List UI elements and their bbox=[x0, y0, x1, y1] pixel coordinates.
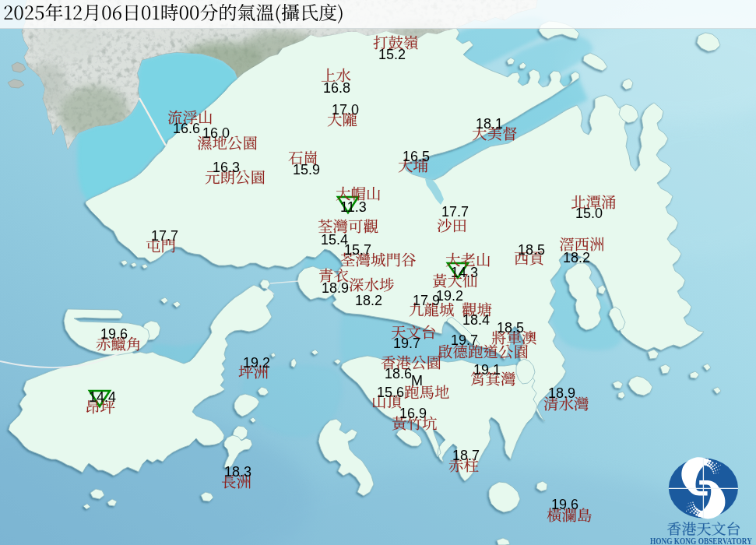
logo-english-text: HONG KONG OBSERVATORY bbox=[650, 536, 752, 545]
station-temp: M bbox=[411, 373, 423, 389]
station-temp: 15.6 bbox=[377, 385, 404, 400]
station-temp: 18.9 bbox=[322, 280, 349, 296]
station-temp: 17.7 bbox=[441, 204, 469, 220]
station-temp: 15.7 bbox=[344, 242, 371, 258]
station-temp: 18.6 bbox=[385, 366, 412, 382]
station-temp: 14.4 bbox=[89, 389, 116, 405]
station-temp: 19.2 bbox=[243, 355, 270, 371]
station-temp: 18.7 bbox=[452, 448, 480, 463]
station-temp: 15.2 bbox=[378, 47, 406, 62]
station-temp: 19.7 bbox=[451, 332, 478, 348]
station-temp: 16.5 bbox=[403, 149, 430, 164]
station-temp: 16.6 bbox=[173, 121, 200, 136]
hko-temperature-map: 15.216.817.016.616.016.315.918.116.515.0… bbox=[0, 0, 756, 545]
station-temp: 19.2 bbox=[436, 288, 463, 304]
station-temp: 18.5 bbox=[518, 242, 545, 258]
station-temp: 18.2 bbox=[563, 250, 590, 265]
station-temp: 18.9 bbox=[548, 385, 575, 401]
station-temp: 16.3 bbox=[213, 160, 240, 175]
station-temp: 17.0 bbox=[332, 102, 359, 118]
station-temp: 19.7 bbox=[393, 336, 420, 351]
station-temp: 18.5 bbox=[497, 320, 524, 336]
station-temp: 18.3 bbox=[224, 464, 251, 480]
station-temp: 19.1 bbox=[473, 362, 501, 378]
station-temp: 18.1 bbox=[476, 116, 503, 132]
station-temp: 18.2 bbox=[355, 293, 382, 308]
station-temp: 19.6 bbox=[551, 497, 578, 512]
station-temp: 16.8 bbox=[323, 80, 350, 96]
map-title bbox=[3, 3, 344, 22]
station-temp: 16.0 bbox=[202, 125, 230, 141]
station-temp: 11.3 bbox=[340, 199, 367, 215]
station-temp: 17.7 bbox=[151, 228, 178, 244]
title-bar bbox=[0, 0, 756, 29]
station-temp: 16.9 bbox=[399, 406, 427, 421]
station-temp: 15.9 bbox=[293, 162, 320, 178]
station-temp: 19.6 bbox=[100, 326, 128, 342]
station-temp: 18.4 bbox=[462, 312, 490, 328]
map-canvas: 15.216.817.016.616.016.315.918.116.515.0… bbox=[0, 0, 756, 545]
station-temp: 17.9 bbox=[413, 293, 440, 308]
station-temp: 15.0 bbox=[575, 206, 603, 221]
